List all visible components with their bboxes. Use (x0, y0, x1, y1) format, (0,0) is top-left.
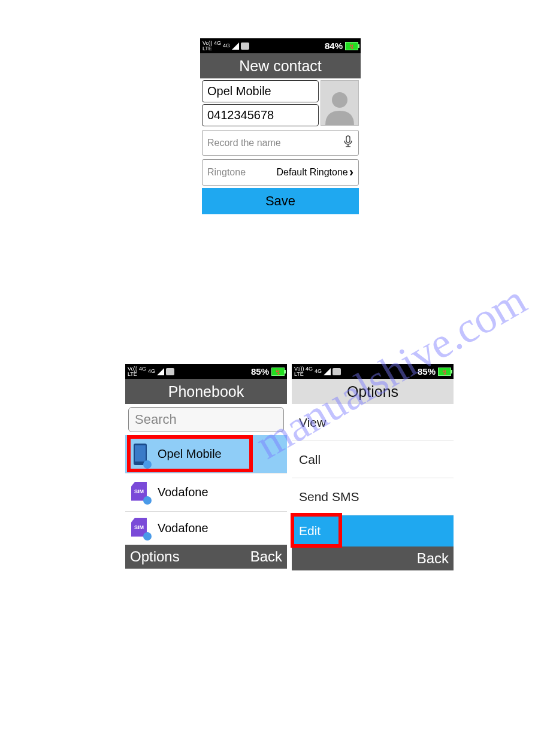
page-title: Options (292, 379, 454, 404)
softkey-right[interactable]: Back (250, 548, 282, 565)
option-edit[interactable]: Edit (292, 515, 454, 546)
battery-icon: ↯ (438, 368, 451, 376)
phone-storage-icon (131, 441, 149, 467)
signal-icon (324, 368, 331, 375)
signal-icon (232, 42, 239, 50)
svg-marker-6 (324, 368, 331, 375)
signal-4g-label: 4G (315, 369, 322, 374)
svg-marker-5 (157, 368, 164, 375)
option-call[interactable]: Call (292, 441, 454, 478)
contact-name-label: Vodafone (158, 521, 208, 535)
contact-number-input[interactable]: 0412345678 (202, 104, 319, 126)
record-name-placeholder: Record the name (207, 138, 281, 148)
battery-percent: 84% (325, 41, 343, 51)
network-label: Vo)) 4GLTE (294, 366, 313, 377)
page-title: Phonebook (125, 379, 287, 404)
softkeys-bar: Options Back (125, 545, 287, 569)
page-title: New contact (200, 53, 361, 78)
contact-name-input[interactable]: Opel Mobile (202, 80, 319, 102)
save-button[interactable]: Save (202, 188, 359, 214)
status-bar: Vo)) 4GLTE 4G 85% ↯ (125, 364, 287, 379)
network-label: Vo)) 4GLTE (202, 41, 221, 51)
svg-point-1 (332, 92, 347, 108)
gallery-icon (333, 368, 341, 375)
contact-photo[interactable] (321, 80, 359, 126)
status-bar: Vo)) 4GLTE 4G 85% ↯ (292, 364, 454, 379)
screen-new-contact: Vo)) 4GLTE 4G 84% ↯ New contact Opel Mob… (200, 38, 361, 230)
battery-percent: 85% (251, 366, 269, 377)
contact-row-vodafone-1[interactable]: SIM Vodafone (125, 473, 287, 512)
battery-percent: 85% (418, 366, 436, 377)
contact-row-vodafone-2[interactable]: SIM Vodafone (125, 512, 287, 545)
battery-icon: ↯ (271, 368, 285, 376)
svg-rect-2 (346, 136, 350, 142)
contact-row-opel[interactable]: Opel Mobile (125, 435, 287, 473)
softkeys-bar: Back (292, 546, 454, 570)
softkey-right[interactable]: Back (417, 550, 449, 567)
signal-4g-label: 4G (148, 369, 155, 374)
mic-icon (343, 135, 353, 150)
signal-4g-label: 4G (223, 43, 230, 48)
svg-marker-0 (232, 42, 239, 50)
record-name-row[interactable]: Record the name (202, 130, 359, 156)
battery-icon: ↯ (345, 42, 358, 50)
search-input[interactable]: Search (128, 407, 284, 432)
contact-name-label: Vodafone (158, 485, 208, 499)
ringtone-label: Ringtone (207, 167, 246, 178)
softkey-left[interactable]: Options (130, 548, 180, 565)
screen-options: Vo)) 4GLTE 4G 85% ↯ Options View Call Se… (292, 364, 454, 583)
sim-storage-icon: SIM (131, 482, 149, 503)
screen-phonebook: Vo)) 4GLTE 4G 85% ↯ Phonebook Search Ope… (125, 364, 287, 583)
option-view[interactable]: View (292, 404, 454, 441)
ringtone-row[interactable]: Ringtone Default Ringtone › (202, 159, 359, 186)
ringtone-value: Default Ringtone (256, 167, 348, 178)
contact-name-label: Opel Mobile (158, 447, 222, 461)
sim-storage-icon: SIM (131, 518, 149, 539)
status-bar: Vo)) 4GLTE 4G 84% ↯ (200, 38, 361, 53)
chevron-right-icon: › (349, 165, 353, 180)
gallery-icon (241, 42, 249, 50)
signal-icon (157, 368, 164, 375)
network-label: Vo)) 4GLTE (128, 366, 146, 377)
option-send-sms[interactable]: Send SMS (292, 478, 454, 515)
gallery-icon (166, 368, 174, 375)
